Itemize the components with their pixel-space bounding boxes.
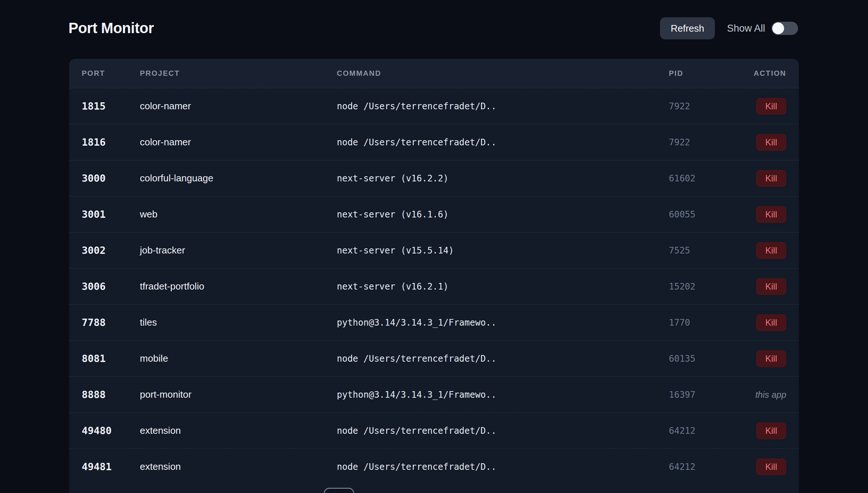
table-row: 8081 mobile node /Users/terrencefradet/D… <box>69 340 799 376</box>
toggle-knob-icon <box>772 22 784 34</box>
action-cell: Kill <box>730 422 786 439</box>
table-row: 1816 color-namer node /Users/terrencefra… <box>69 124 799 160</box>
kill-button[interactable]: Kill <box>756 98 786 115</box>
show-all-label: Show All <box>727 23 765 34</box>
page-title: Port Monitor <box>68 17 154 39</box>
port-cell: 7788 <box>82 317 140 328</box>
kill-button[interactable]: Kill <box>756 278 786 295</box>
command-cell: node /Users/terrencefradet/D.. <box>337 101 669 111</box>
kill-button[interactable]: Kill <box>756 170 786 187</box>
port-cell: 1816 <box>82 136 140 148</box>
action-cell: Kill <box>730 98 786 115</box>
kill-button[interactable]: Kill <box>756 422 786 439</box>
port-cell: 49481 <box>82 461 140 472</box>
pid-cell: 7525 <box>669 245 730 256</box>
refresh-button[interactable]: Refresh <box>660 17 715 39</box>
command-cell: next-server (v16.2.1) <box>337 281 669 292</box>
project-cell: tfradet-portfolio <box>140 281 337 292</box>
command-cell: node /Users/terrencefradet/D.. <box>337 426 669 436</box>
table-row: 49480 extension node /Users/terrencefrad… <box>69 412 799 448</box>
kill-button[interactable]: Kill <box>756 242 786 259</box>
pid-cell: 60055 <box>669 209 730 220</box>
command-cell: next-server (v16.1.6) <box>337 209 669 220</box>
port-cell: 3000 <box>82 173 140 184</box>
kill-button[interactable]: Kill <box>756 350 786 367</box>
action-cell: Kill <box>730 314 786 331</box>
column-header-pid: PID <box>669 69 730 78</box>
table-row: 3001 web next-server (v16.1.6) 60055 Kil… <box>69 196 799 232</box>
port-cell: 3006 <box>82 281 140 292</box>
project-cell: web <box>140 209 337 220</box>
action-cell: this app <box>730 390 786 400</box>
action-cell: Kill <box>730 278 786 295</box>
command-cell: node /Users/terrencefradet/D.. <box>337 354 669 364</box>
action-cell: Kill <box>730 206 786 223</box>
column-header-project: PROJECT <box>140 69 337 78</box>
this-app-label: this app <box>755 390 786 400</box>
project-cell: color-namer <box>140 136 337 148</box>
table-row: 1815 color-namer node /Users/terrencefra… <box>69 88 799 124</box>
kill-button[interactable]: Kill <box>756 134 786 151</box>
pid-cell: 60135 <box>669 354 730 364</box>
table-row: 3002 job-tracker next-server (v15.5.14) … <box>69 232 799 268</box>
table-row: 3006 tfradet-portfolio next-server (v16.… <box>69 268 799 304</box>
pid-cell: 1770 <box>669 318 730 328</box>
column-header-command: COMMAND <box>337 69 669 78</box>
pid-cell: 64212 <box>669 426 730 436</box>
command-cell: node /Users/terrencefradet/D.. <box>337 462 669 472</box>
port-cell: 8888 <box>82 389 140 400</box>
project-cell: colorful-language <box>140 173 337 184</box>
command-cell: python@3.14/3.14.3_1/Framewo.. <box>337 318 669 328</box>
action-cell: Kill <box>730 350 786 367</box>
port-cell: 49480 <box>82 425 140 436</box>
bottom-pill-button[interactable] <box>324 488 354 493</box>
project-cell: extension <box>140 425 337 436</box>
action-cell: Kill <box>730 458 786 475</box>
table-row: 3000 colorful-language next-server (v16.… <box>69 160 799 196</box>
action-cell: Kill <box>730 242 786 259</box>
project-cell: mobile <box>140 353 337 364</box>
ports-table: PORT PROJECT COMMAND PID ACTION 1815 col… <box>69 59 799 493</box>
kill-button[interactable]: Kill <box>756 314 786 331</box>
pid-cell: 64212 <box>669 462 730 472</box>
pid-cell: 7922 <box>669 137 730 148</box>
table-header-row: PORT PROJECT COMMAND PID ACTION <box>69 59 799 88</box>
action-cell: Kill <box>730 134 786 151</box>
table-body: 1815 color-namer node /Users/terrencefra… <box>69 88 799 485</box>
pid-cell: 16397 <box>669 390 730 400</box>
project-cell: tiles <box>140 317 337 328</box>
port-cell: 1815 <box>82 100 140 112</box>
action-cell: Kill <box>730 170 786 187</box>
port-cell: 8081 <box>82 353 140 364</box>
project-cell: port-monitor <box>140 389 337 400</box>
kill-button[interactable]: Kill <box>756 458 786 475</box>
project-cell: color-namer <box>140 100 337 112</box>
table-row: 7788 tiles python@3.14/3.14.3_1/Framewo.… <box>69 304 799 340</box>
show-all-toggle[interactable] <box>772 22 798 35</box>
port-cell: 3002 <box>82 245 140 256</box>
table-row: 8888 port-monitor python@3.14/3.14.3_1/F… <box>69 376 799 412</box>
table-row: 49481 extension node /Users/terrencefrad… <box>69 448 799 485</box>
column-header-port: PORT <box>82 69 140 78</box>
command-cell: node /Users/terrencefradet/D.. <box>337 137 669 148</box>
project-cell: job-tracker <box>140 245 337 256</box>
command-cell: python@3.14/3.14.3_1/Framewo.. <box>337 390 669 400</box>
pid-cell: 7922 <box>669 101 730 111</box>
column-header-action: ACTION <box>730 69 786 78</box>
kill-button[interactable]: Kill <box>756 206 786 223</box>
pid-cell: 61602 <box>669 173 730 184</box>
port-cell: 3001 <box>82 209 140 220</box>
command-cell: next-server (v15.5.14) <box>337 245 669 256</box>
project-cell: extension <box>140 461 337 472</box>
pid-cell: 15202 <box>669 281 730 292</box>
command-cell: next-server (v16.2.2) <box>337 173 669 184</box>
